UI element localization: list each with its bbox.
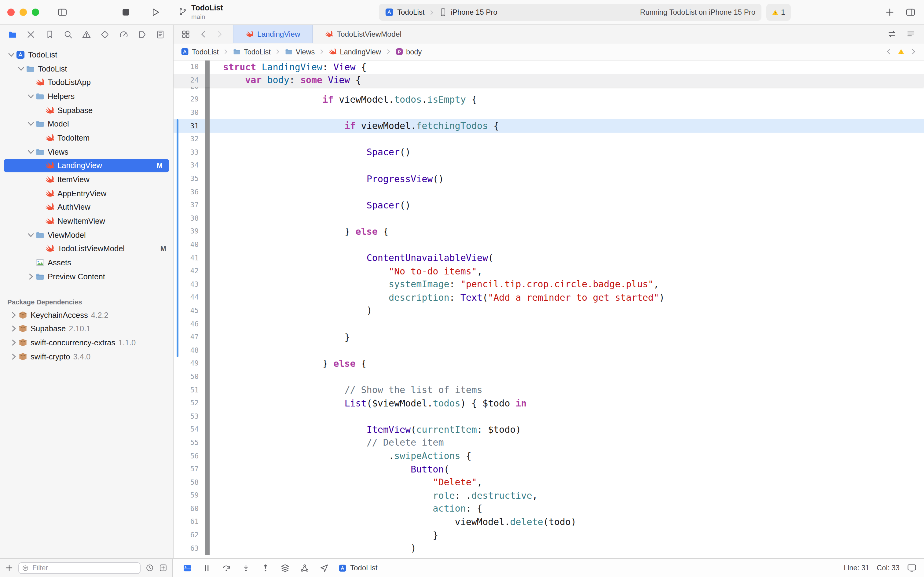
breadcrumb-item-body[interactable]: Pbody xyxy=(395,47,422,56)
issues-icon[interactable] xyxy=(82,30,91,39)
code-line-53[interactable]: 53 xyxy=(174,410,924,423)
code-line-37[interactable]: 37 Spacer() xyxy=(174,199,924,212)
step-into-icon[interactable] xyxy=(241,563,251,572)
code-line-60[interactable]: 60 action: { xyxy=(174,502,924,515)
disclosure-chevron-icon[interactable] xyxy=(17,64,25,73)
add-file-icon[interactable] xyxy=(5,564,13,572)
run-destination[interactable]: iPhone 15 Pro xyxy=(451,8,497,16)
display-icon[interactable] xyxy=(907,563,917,573)
code-line-41[interactable]: 41 ContentUnavailableView( xyxy=(174,251,924,265)
reports-icon[interactable] xyxy=(156,30,165,39)
fold-ribbon[interactable] xyxy=(205,529,209,542)
debug-area-toggle-icon[interactable] xyxy=(183,563,192,572)
fold-ribbon[interactable] xyxy=(205,61,209,74)
memory-graph-icon[interactable] xyxy=(300,563,309,572)
code-line-57[interactable]: 57 Button( xyxy=(174,463,924,476)
bookmarks-icon[interactable] xyxy=(45,30,54,39)
disclosure-chevron-icon[interactable] xyxy=(7,51,15,59)
source-editor[interactable]: 2829 if viewModel.todos.isEmpty {3031 if… xyxy=(174,61,924,558)
package-item-swift-crypto[interactable]: swift-crypto3.4.0 xyxy=(0,350,173,363)
line-number[interactable]: 29 xyxy=(174,96,202,103)
line-number[interactable]: 60 xyxy=(174,505,202,513)
line-number[interactable]: 28 xyxy=(174,87,202,90)
code-line-31[interactable]: 31 if viewModel.fetchingTodos { xyxy=(174,119,924,133)
tree-item-todolistviewmodel[interactable]: TodoListViewModelM xyxy=(0,242,173,256)
code-line-45[interactable]: 45 ) xyxy=(174,304,924,317)
disclosure-chevron-icon[interactable] xyxy=(27,120,35,128)
fold-ribbon[interactable] xyxy=(205,159,209,172)
code-line-34[interactable]: 34 xyxy=(174,159,924,172)
package-item-swift-concurrency-extras[interactable]: swift-concurrency-extras1.1.0 xyxy=(0,335,173,349)
tree-item-model[interactable]: Model xyxy=(0,117,173,131)
disclosure-chevron-icon[interactable] xyxy=(27,92,35,100)
running-process[interactable]: TodoList xyxy=(338,564,377,572)
fold-ribbon[interactable] xyxy=(205,384,209,397)
line-number[interactable]: 58 xyxy=(174,478,202,486)
recent-files-icon[interactable] xyxy=(145,564,154,572)
source-control-icon[interactable] xyxy=(27,30,36,39)
fold-ribbon[interactable] xyxy=(205,502,209,515)
tree-item-appentryview[interactable]: AppEntryView xyxy=(0,187,173,200)
code-review-icon[interactable] xyxy=(887,29,897,39)
tree-item-preview-content[interactable]: Preview Content xyxy=(0,269,173,283)
fold-ribbon[interactable] xyxy=(205,146,209,159)
package-item-keychainaccess[interactable]: KeychainAccess4.2.2 xyxy=(0,308,173,321)
tree-item-todolist[interactable]: TodoList xyxy=(0,48,173,61)
code-line-36[interactable]: 36 xyxy=(174,185,924,199)
tree-item-landingview[interactable]: LandingViewM xyxy=(4,159,169,172)
tree-item-views[interactable]: Views xyxy=(0,145,173,159)
code-line-51[interactable]: 51 // Show the list of items xyxy=(174,384,924,397)
scheme-name[interactable]: TodoList xyxy=(397,8,424,16)
fold-ribbon[interactable] xyxy=(205,449,209,463)
code-line-47[interactable]: 47 } xyxy=(174,331,924,344)
close-window-button[interactable] xyxy=(7,8,14,16)
warning-badge[interactable]: 1 xyxy=(766,4,790,21)
disclosure-chevron-icon[interactable] xyxy=(27,231,35,239)
fold-ribbon[interactable] xyxy=(205,291,209,304)
disclosure-chevron-icon[interactable] xyxy=(10,324,18,332)
fold-ribbon[interactable] xyxy=(205,93,209,106)
fold-ribbon[interactable] xyxy=(205,476,209,489)
tree-item-itemview[interactable]: ItemView xyxy=(0,172,173,186)
code-line-46[interactable]: 46 xyxy=(174,318,924,331)
line-number[interactable]: 50 xyxy=(174,373,202,381)
scm-status-filter-icon[interactable] xyxy=(159,564,167,572)
code-line-44[interactable]: 44 description: Text("Add a reminder to … xyxy=(174,291,924,304)
go-back-icon[interactable] xyxy=(199,30,208,38)
code-line-52[interactable]: 52 List($viewModel.todos) { $todo in xyxy=(174,397,924,410)
code-line-33[interactable]: 33 Spacer() xyxy=(174,146,924,159)
disclosure-chevron-icon[interactable] xyxy=(10,338,18,347)
code-line-10[interactable]: 10struct LandingView: View { xyxy=(174,61,924,74)
code-line-42[interactable]: 42 "No to-do items", xyxy=(174,265,924,278)
line-number[interactable]: 49 xyxy=(174,360,202,367)
line-number[interactable]: 56 xyxy=(174,452,202,460)
disclosure-chevron-icon[interactable] xyxy=(10,352,18,360)
fold-ribbon[interactable] xyxy=(205,318,209,331)
step-out-icon[interactable] xyxy=(261,563,270,572)
fold-ribbon[interactable] xyxy=(205,304,209,317)
debug-gauge-icon[interactable] xyxy=(119,30,128,39)
line-number[interactable]: 51 xyxy=(174,386,202,394)
tree-item-todolist[interactable]: TodoList xyxy=(0,61,173,75)
line-number[interactable]: 10 xyxy=(174,63,202,71)
fold-ribbon[interactable] xyxy=(205,344,209,357)
code-line-29[interactable]: 29 if viewModel.todos.isEmpty { xyxy=(174,93,924,106)
code-line-40[interactable]: 40 xyxy=(174,238,924,251)
breakpoints-icon[interactable] xyxy=(137,30,146,39)
tree-item-helpers[interactable]: Helpers xyxy=(0,89,173,103)
disclosure-chevron-icon[interactable] xyxy=(10,311,18,319)
fold-ribbon[interactable] xyxy=(205,74,209,87)
fold-ribbon[interactable] xyxy=(205,133,209,146)
previous-issue-icon[interactable] xyxy=(885,48,892,55)
tree-item-authview[interactable]: AuthView xyxy=(0,200,173,214)
line-number[interactable]: 61 xyxy=(174,518,202,526)
run-button[interactable] xyxy=(150,7,160,17)
fold-ribbon[interactable] xyxy=(205,410,209,423)
disclosure-chevron-icon[interactable] xyxy=(27,148,35,156)
code-line-48[interactable]: 48 xyxy=(174,344,924,357)
fold-ribbon[interactable] xyxy=(205,199,209,212)
line-number[interactable]: 55 xyxy=(174,439,202,447)
code-line-38[interactable]: 38 xyxy=(174,212,924,225)
fold-ribbon[interactable] xyxy=(205,542,209,555)
breadcrumb-item-landingview[interactable]: LandingView xyxy=(329,47,381,56)
